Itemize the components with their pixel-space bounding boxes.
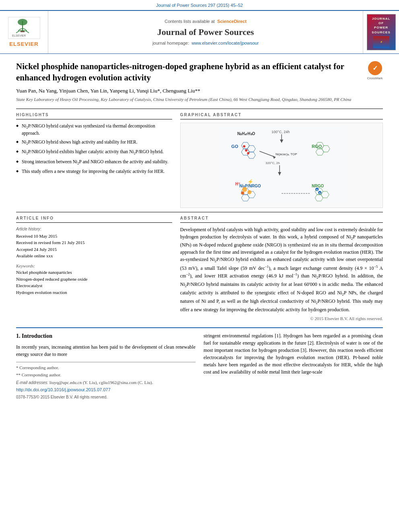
svg-text:NRGO: NRGO xyxy=(312,184,324,188)
svg-point-32 xyxy=(241,191,244,195)
svg-text:⚡: ⚡ xyxy=(247,179,253,185)
article-title: Nickel phosphide nanoparticles-nitrogen-… xyxy=(16,61,361,83)
svg-point-13 xyxy=(243,145,245,148)
journal-title-header: Journal of Power Sources xyxy=(157,26,254,39)
graphical-abstract-column: GRAPHICAL ABSTRACT N₂H₄·H₂O 100°C, 24h G… xyxy=(180,112,383,208)
graphical-abstract-image: N₂H₄·H₂O 100°C, 24h GO xyxy=(180,123,383,208)
doi-line: http://dx.doi.org/10.1016/j.jpowsour.201… xyxy=(16,387,195,393)
keywords-label: Keywords: xyxy=(16,263,172,269)
abstract-heading: ABSTRACT xyxy=(180,216,383,223)
highlights-list: Ni2P/NRGO hybrid catalyst was synthesize… xyxy=(16,123,172,175)
accepted-date: Accepted 24 July 2015 xyxy=(16,246,172,253)
email-values: liuyq@upc.edu.cn (Y. Liu), cgliu1962@sin… xyxy=(49,380,153,385)
history-label: Article history: xyxy=(16,226,172,232)
svg-point-1 xyxy=(18,19,27,25)
received-revised: Received in revised form 21 July 2015 xyxy=(16,239,172,246)
svg-text:ELSEVIER: ELSEVIER xyxy=(12,34,26,37)
copyright: © 2015 Elsevier B.V. All rights reserved… xyxy=(180,316,383,322)
divider-2 xyxy=(16,212,383,212)
article-info-heading: ARTICLE INFO xyxy=(16,216,172,223)
svg-rect-2 xyxy=(21,31,25,32)
received-date: Received 10 May 2015 xyxy=(16,233,172,240)
doi-link[interactable]: http://dx.doi.org/10.1016/j.jpowsour.201… xyxy=(16,387,111,392)
journal-citation-text: Journal of Power Sources 297 (2015) 45–5… xyxy=(156,3,243,8)
footnote-corresponding-2: ** Corresponding author. xyxy=(16,372,195,378)
sciencedirect-label[interactable]: ScienceDirect xyxy=(217,19,247,24)
highlight-item-3: Ni2P/NRGO hybrid exhibits higher catalyt… xyxy=(16,148,172,156)
info-abstract-row: ARTICLE INFO Article history: Received 1… xyxy=(16,216,383,322)
intro-left-text: In recently years, increasing attention … xyxy=(16,343,195,358)
footnote-corresponding-1: * Corresponding author. xyxy=(16,365,195,371)
svg-text:N: N xyxy=(316,189,318,191)
highlight-item-2: Ni2P/NRGO hybrid shows high activity and… xyxy=(16,139,172,146)
highlight-item-1: Ni2P/NRGO hybrid catalyst was synthesize… xyxy=(16,123,172,136)
keyword-2: Nitrogen-doped reduced graphene oxide xyxy=(16,276,172,283)
elsevier-label: ELSEVIER xyxy=(9,41,38,48)
journal-header: ELSEVIER ELSEVIER Contents lists availab… xyxy=(0,10,399,54)
svg-text:Ni(acac)₂, TOP: Ni(acac)₂, TOP xyxy=(276,152,297,156)
main-content: Nickel phosphide nanoparticles-nitrogen-… xyxy=(0,54,399,407)
svg-point-14 xyxy=(245,149,247,152)
journal-header-center: Contents lists available at ScienceDirec… xyxy=(48,11,363,53)
affiliation: State Key Laboratory of Heavy Oil Proces… xyxy=(16,97,383,103)
crossmark-icon: ✓ xyxy=(368,61,382,75)
article-title-section: Nickel phosphide nanoparticles-nitrogen-… xyxy=(16,61,383,83)
intro-right-col: stringent environmental regulations [1].… xyxy=(204,332,383,400)
highlights-graphical-row: HIGHLIGHTS Ni2P/NRGO hybrid catalyst was… xyxy=(16,112,383,208)
elsevier-logo: ELSEVIER ELSEVIER xyxy=(8,17,40,48)
svg-text:H⁺: H⁺ xyxy=(235,182,241,186)
journal-cover-area: JOURNALOFPOWERSOURCES ⚡ xyxy=(363,11,399,53)
authors-text: Yuan Pan, Na Yang, Yinjuan Chen, Yan Lin… xyxy=(16,88,200,94)
keywords-group: Keywords: Nickel phosphide nanoparticles… xyxy=(16,263,172,296)
homepage-url[interactable]: www.elsevier.com/locate/jpowsour xyxy=(191,41,259,45)
highlight-item-5: This study offers a new strategy for imp… xyxy=(16,168,172,175)
issn-line: 0378-7753/© 2015 Elsevier B.V. All right… xyxy=(16,394,195,400)
svg-text:GO: GO xyxy=(231,144,239,149)
available-online: Available online xxx xyxy=(16,253,172,259)
highlight-item-4: Strong interaction between Ni2P and NRGO… xyxy=(16,158,172,166)
svg-text:320°C, 2h: 320°C, 2h xyxy=(265,161,280,165)
svg-text:N: N xyxy=(319,192,321,194)
elsevier-logo-image: ELSEVIER xyxy=(8,17,40,39)
bottom-divider xyxy=(16,327,383,328)
keyword-4: Hydrogen evolution reaction xyxy=(16,289,172,296)
graphical-abstract-heading: GRAPHICAL ABSTRACT xyxy=(180,112,383,119)
journal-cover-image: JOURNALOFPOWERSOURCES ⚡ xyxy=(367,14,396,50)
journal-homepage-line: journal homepage: www.elsevier.com/locat… xyxy=(152,40,259,46)
svg-text:RGO: RGO xyxy=(312,144,322,149)
footnote-emails: E-mail addresses: liuyq@upc.edu.cn (Y. L… xyxy=(16,380,195,386)
crossmark-area: ✓ CrossMark xyxy=(367,61,383,80)
sciencedirect-prefix: Contents lists available at xyxy=(165,19,215,24)
authors-line: Yuan Pan, Na Yang, Yinjuan Chen, Yan Lin… xyxy=(16,87,383,94)
article-history: Article history: Received 10 May 2015 Re… xyxy=(16,226,172,296)
article-info-column: ARTICLE INFO Article history: Received 1… xyxy=(16,216,172,322)
elsevier-logo-area: ELSEVIER ELSEVIER xyxy=(0,11,48,53)
email-label: E-mail addresses: xyxy=(16,380,48,385)
svg-point-31 xyxy=(247,190,251,194)
journal-citation: Journal of Power Sources 297 (2015) 45–5… xyxy=(0,0,399,10)
svg-text:N₂H₄·H₂O: N₂H₄·H₂O xyxy=(237,131,255,136)
homepage-text: journal homepage: xyxy=(152,41,189,45)
highlights-column: HIGHLIGHTS Ni2P/NRGO hybrid catalyst was… xyxy=(16,112,172,208)
abstract-text: Development of hybrid catalysts with hig… xyxy=(180,226,383,313)
introduction-section: 1. Introduction In recently years, incre… xyxy=(16,332,383,400)
history-group: Article history: Received 10 May 2015 Re… xyxy=(16,226,172,259)
abstract-column: ABSTRACT Development of hybrid catalysts… xyxy=(180,216,383,322)
divider-1 xyxy=(16,109,383,109)
svg-point-15 xyxy=(247,152,249,154)
intro-heading: 1. Introduction xyxy=(16,332,195,340)
footnotes-area: * Corresponding author. ** Corresponding… xyxy=(16,362,195,401)
svg-text:100°C, 24h: 100°C, 24h xyxy=(271,130,290,134)
crossmark-label: CrossMark xyxy=(367,76,383,80)
svg-point-30 xyxy=(242,187,247,192)
keyword-1: Nickel phosphide nanoparticles xyxy=(16,269,172,276)
intro-left-col: 1. Introduction In recently years, incre… xyxy=(16,332,195,400)
keyword-3: Electrocatalyst xyxy=(16,282,172,289)
intro-right-text: stringent environmental regulations [1].… xyxy=(204,332,383,376)
highlights-heading: HIGHLIGHTS xyxy=(16,112,172,119)
sciencedirect-line: Contents lists available at ScienceDirec… xyxy=(165,18,247,25)
